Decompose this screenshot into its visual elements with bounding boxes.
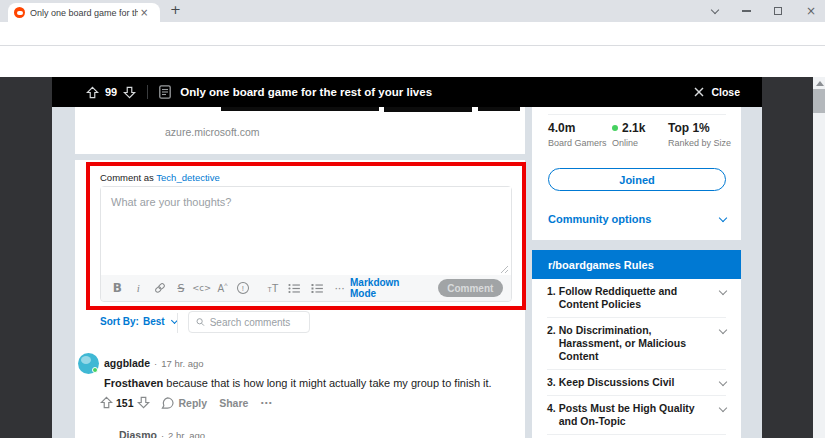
obscured-ad-headline-fragment [384, 107, 472, 112]
minimize-button[interactable] [742, 0, 751, 22]
rules-list: 1. Follow Reddiquette and Content Polici… [532, 279, 741, 438]
inline-code-icon[interactable]: <c> [191, 283, 212, 293]
rule-number: 1. [547, 285, 556, 311]
comment-time: 2 hr. ago [168, 430, 205, 438]
comment-author[interactable]: aggblade [104, 357, 150, 369]
tab-title: Only one board game for the re [30, 8, 138, 18]
meta-dot: · [161, 430, 164, 438]
comment-as-text: Comment as [100, 172, 154, 183]
close-post-button[interactable]: Close [694, 86, 740, 98]
stat-value: 4.0m [548, 121, 607, 135]
comment-submit-button[interactable]: Comment [438, 279, 503, 297]
stat-label: Ranked by Size [668, 138, 731, 148]
downvote-icon[interactable] [137, 396, 150, 409]
italic-icon[interactable]: i [128, 282, 149, 294]
scrollbar-track[interactable] [813, 77, 825, 438]
stat-online: 2.1k Online [612, 121, 645, 148]
sort-by-dropdown[interactable]: Sort By: Best [100, 316, 177, 327]
dimmed-page-left [0, 77, 52, 438]
more-formatting-icon[interactable]: ··· [329, 282, 350, 295]
superscript-mark: ^ [224, 282, 227, 289]
comment-body: Frosthaven because that is how long it m… [104, 377, 514, 389]
scrollbar-thumb[interactable] [813, 89, 825, 113]
sort-divider [177, 313, 178, 333]
sort-value: Best [143, 316, 165, 327]
spoiler-icon[interactable]: ! [237, 282, 249, 294]
stat-value: 2.1k [622, 121, 645, 135]
comment-meta-row: aggblade · 17 hr. ago [104, 357, 204, 369]
comment-time: 17 hr. ago [161, 358, 203, 369]
post-overlay-banner: 99 Only one board game for the rest of y… [52, 77, 762, 107]
stat-label: Online [612, 138, 645, 148]
rule-item[interactable]: 2. No Discrimination, Harassment, or Mal… [547, 318, 726, 370]
post-title: Only one board game for the rest of your… [180, 86, 432, 98]
comment-more-icon[interactable]: ··· [260, 397, 272, 409]
comment-search-input[interactable] [210, 317, 302, 328]
strikethrough-icon[interactable]: S [170, 282, 191, 295]
heading-big-t: T [272, 282, 279, 294]
comment-meta-row: Diasmo · 2 hr. ago [119, 429, 205, 438]
rules-card-header: r/boardgames Rules [532, 250, 741, 279]
community-options-chevron-icon [719, 213, 727, 221]
maximize-button[interactable] [774, 0, 782, 22]
post-document-icon [159, 85, 171, 99]
sidebar-divider [548, 114, 726, 115]
scrollbar-up-arrow[interactable] [816, 81, 824, 86]
editor-toolbar: B i S <c> A^ ! TT ··· Markdown Mode Comm… [101, 275, 511, 301]
reddit-favicon [14, 7, 25, 18]
post-score: 99 [105, 86, 117, 98]
browser-toolbar: ← → reddit.com/r/boardgames/comments/151… [0, 22, 825, 46]
comment-actions: 151 Reply Share ··· [100, 396, 272, 409]
downvote-icon[interactable] [123, 86, 136, 99]
reply-button[interactable]: Reply [179, 397, 208, 409]
share-button[interactable]: Share [219, 397, 248, 409]
rule-expand-chevron-icon [719, 378, 727, 386]
rule-number: 3. [547, 376, 556, 389]
comment-as-label: Comment as Tech_detective [100, 172, 220, 183]
rule-item[interactable]: 3. Keep Discussions Civil [547, 370, 726, 396]
online-status-dot [92, 367, 98, 373]
rule-text: No Discrimination, Harassment, or Malici… [559, 324, 707, 363]
window-close-button[interactable]: × [806, 0, 816, 22]
numbered-list-icon[interactable] [311, 283, 324, 294]
avatar-pattern [81, 356, 91, 364]
ad-domain-link[interactable]: azure.microsoft.com [165, 126, 260, 138]
comment-score: 151 [116, 397, 134, 409]
search-icon [196, 317, 205, 327]
joined-button[interactable]: Joined [548, 168, 726, 191]
reddit-header: reddit Home + Advertise Tech_detective 1… [0, 46, 825, 77]
comment-avatar[interactable] [78, 353, 99, 374]
browser-tab[interactable]: Only one board game for the re × [8, 3, 160, 22]
rule-item[interactable]: 4. Posts Must be High Quality and On-Top… [547, 396, 726, 435]
sort-label: Sort By: [100, 316, 139, 327]
new-tab-button[interactable]: + [170, 2, 181, 17]
upvote-icon[interactable] [100, 396, 113, 409]
online-dot-icon [612, 125, 618, 131]
tab-close-icon[interactable]: × [140, 8, 148, 18]
rule-item[interactable]: 1. Follow Reddiquette and Content Polici… [547, 279, 726, 318]
meta-dot: · [154, 358, 157, 369]
tab-search-icon[interactable] [712, 0, 718, 22]
comment-textarea[interactable] [101, 187, 511, 275]
rule-expand-chevron-icon [719, 326, 727, 334]
community-options-row[interactable]: Community options [548, 213, 726, 225]
close-label: Close [711, 86, 740, 98]
stat-members: 4.0m Board Gamers [548, 121, 607, 148]
bold-icon[interactable]: B [107, 281, 128, 295]
heading-icon[interactable]: TT [263, 282, 284, 294]
obscured-ad-headline-fragment [478, 107, 520, 111]
resize-handle-icon[interactable] [500, 265, 509, 274]
superscript-icon[interactable]: A^ [212, 282, 233, 294]
close-icon [694, 87, 704, 97]
rule-number: 4. [547, 402, 556, 428]
comment-author[interactable]: Diasmo [119, 429, 157, 438]
community-options-label: Community options [548, 213, 651, 225]
rule-expand-chevron-icon [719, 287, 727, 295]
comment-as-username-link[interactable]: Tech_detective [156, 172, 219, 183]
markdown-mode-link[interactable]: Markdown Mode [350, 277, 428, 299]
reply-bubble-icon[interactable] [161, 397, 174, 409]
link-icon[interactable] [154, 282, 166, 294]
comment-search[interactable] [188, 311, 310, 333]
upvote-icon[interactable] [86, 86, 99, 99]
bulleted-list-icon[interactable] [288, 283, 301, 294]
